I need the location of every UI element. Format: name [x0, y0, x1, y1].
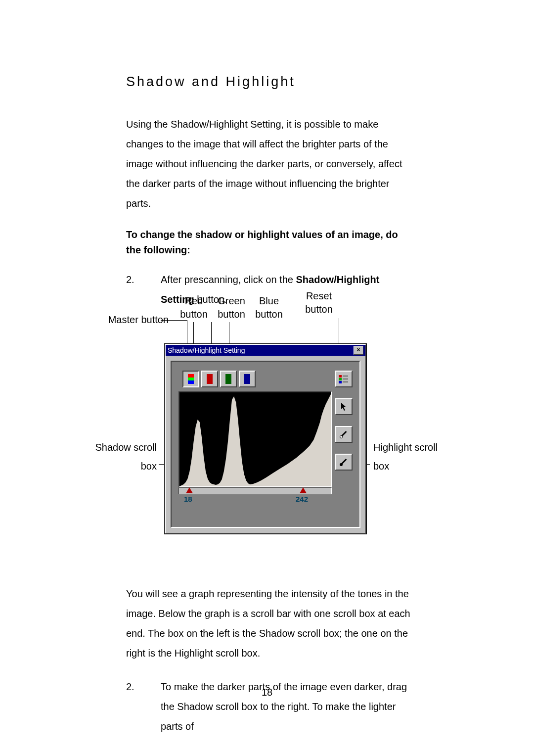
pointer-tool[interactable] [335, 398, 353, 415]
callout-red: Red button [177, 294, 211, 321]
intro-paragraph: Using the Shadow/Highlight Setting, it i… [126, 114, 415, 213]
blue-button[interactable] [239, 371, 256, 387]
close-button[interactable]: × [354, 346, 363, 355]
section-title: Shadow and Highlight [126, 74, 415, 90]
step-2-text: To make the darker parts of the image ev… [161, 677, 415, 736]
step-2-number: 2. [126, 677, 161, 736]
green-button[interactable] [220, 371, 237, 387]
black-eyedropper-icon [340, 458, 348, 466]
white-eyedropper-tool[interactable] [335, 426, 353, 443]
shadow-highlight-dialog: Shadow/Highlight Setting × [165, 344, 366, 534]
shadow-value: 18 [184, 495, 192, 503]
highlight-value: 242 [296, 495, 308, 503]
scroll-track[interactable]: 18 242 [178, 487, 332, 494]
callout-reset: Reset button [299, 289, 339, 316]
shadow-scroll-box[interactable] [186, 487, 193, 493]
callout-master: Master button [94, 313, 169, 327]
page-number: 18 [0, 687, 534, 698]
step-2: 2. To make the darker parts of the image… [126, 677, 415, 736]
green-icon [225, 374, 231, 384]
black-eyedropper-tool[interactable] [335, 454, 353, 471]
svg-rect-4 [339, 381, 342, 383]
master-icon [188, 374, 194, 384]
callout-green: Green button [213, 294, 250, 321]
callout-shadow: Shadow scroll box [78, 438, 157, 475]
callout-blue: Blue button [252, 294, 286, 321]
dialog-title: Shadow/Highlight Setting [168, 346, 245, 354]
white-eyedropper-icon [340, 430, 348, 438]
callout-highlight: Highlight scroll box [373, 438, 452, 475]
svg-rect-2 [339, 378, 342, 380]
master-button[interactable] [182, 371, 199, 387]
lead-paragraph: To change the shadow or highlight values… [126, 227, 415, 258]
mid-paragraph: You will see a graph representing the in… [126, 584, 415, 663]
step-1-pre: After prescanning, click on the [161, 274, 296, 285]
svg-marker-7 [179, 394, 331, 486]
svg-rect-0 [339, 375, 342, 378]
diagram: Master button Red button Green button Bl… [87, 289, 452, 567]
dialog-titlebar: Shadow/Highlight Setting × [166, 345, 365, 356]
red-button[interactable] [201, 371, 218, 387]
red-icon [207, 374, 213, 384]
pointer-icon [340, 402, 347, 411]
svg-marker-6 [341, 403, 346, 411]
dialog-client: 18 242 [171, 361, 360, 528]
reset-icon [338, 375, 349, 383]
blue-icon [244, 374, 250, 384]
highlight-scroll-box[interactable] [300, 487, 307, 493]
histogram [178, 391, 332, 487]
reset-button[interactable] [335, 371, 353, 387]
